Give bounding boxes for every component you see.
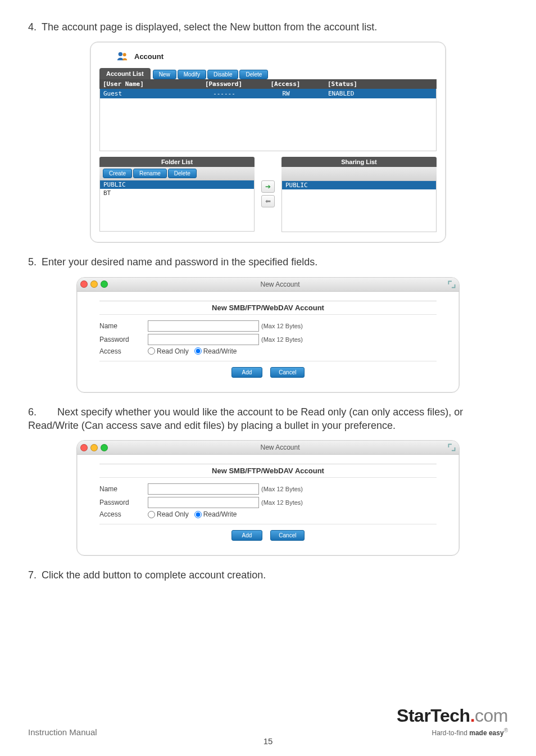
account-table-header: [User Name] [Password] [Access] [Status] <box>99 79 437 89</box>
account-table-body[interactable]: Guest ------ RW ENABLED <box>99 89 437 151</box>
account-heading: Account <box>116 50 437 62</box>
cancel-button[interactable]: Cancel <box>270 367 305 378</box>
sharing-list-label: Sharing List <box>281 157 437 167</box>
folder-list-label: Folder List <box>99 157 255 167</box>
expand-icon[interactable] <box>448 443 456 451</box>
minimize-icon[interactable] <box>90 280 98 288</box>
list-item[interactable]: BT <box>100 189 254 197</box>
users-icon <box>116 50 129 62</box>
read-only-radio[interactable] <box>148 347 155 355</box>
password-label: Password <box>99 336 148 343</box>
access-label: Access <box>99 510 148 518</box>
disable-button[interactable]: Disable <box>207 70 238 79</box>
password-hint: (Max 12 Bytes) <box>261 336 303 343</box>
expand-icon[interactable] <box>448 280 456 288</box>
dialog-heading: New SMB/FTP/WebDAV Account <box>99 301 437 315</box>
instruction-manual-label: Instruction Manual <box>28 727 97 737</box>
name-field[interactable] <box>148 483 259 495</box>
step-7-text: 7.Click the add button to complete accou… <box>28 568 508 582</box>
read-only-radio[interactable] <box>148 511 155 518</box>
dialog-heading: New SMB/FTP/WebDAV Account <box>99 464 437 478</box>
name-hint: (Max 12 Bytes) <box>261 323 303 329</box>
account-list-tabbar: Account List New Modify Disable Delete <box>99 67 437 79</box>
name-label: Name <box>99 485 148 493</box>
password-hint: (Max 12 Bytes) <box>261 499 303 506</box>
svg-point-1 <box>123 53 126 57</box>
folder-listbox[interactable]: PUBLIC BT <box>99 180 255 232</box>
sharing-listbox[interactable]: PUBLIC <box>281 180 437 232</box>
read-write-radio[interactable] <box>194 347 202 355</box>
list-item[interactable]: PUBLIC <box>282 181 436 189</box>
name-hint: (Max 12 Bytes) <box>261 486 303 492</box>
col-access-header: [Access] <box>260 80 311 88</box>
col-user-header: [User Name] <box>103 80 187 88</box>
new-account-dialog-2: New Account New SMB/FTP/WebDAV Account N… <box>76 440 460 556</box>
read-write-radio[interactable] <box>194 511 202 518</box>
password-field[interactable] <box>148 497 259 508</box>
add-button[interactable]: Add <box>231 530 263 541</box>
access-label: Access <box>99 347 148 355</box>
new-button[interactable]: New <box>153 70 176 79</box>
name-field[interactable] <box>148 320 259 332</box>
move-left-button[interactable]: ⬅ <box>261 195 275 207</box>
svg-point-0 <box>119 52 122 56</box>
dialog-window-title: New Account <box>112 280 448 288</box>
step-4-text: 4.The account page is displayed, select … <box>28 20 508 34</box>
list-item[interactable]: PUBLIC <box>100 180 254 189</box>
cancel-button[interactable]: Cancel <box>270 530 305 541</box>
step-6-text: 6.Next specify whether you would like th… <box>28 405 508 433</box>
password-label: Password <box>99 499 148 506</box>
rename-button[interactable]: Rename <box>133 169 167 178</box>
account-panel: Account Account List New Modify Disable … <box>90 42 446 243</box>
step-5-text: 5.Enter your desired name and password i… <box>28 255 508 269</box>
table-row[interactable]: Guest ------ RW ENABLED <box>100 89 436 98</box>
folder-list-pane: Folder List Create Rename Delete PUBLIC … <box>99 157 255 232</box>
modify-button[interactable]: Modify <box>178 70 206 79</box>
add-button[interactable]: Add <box>231 367 263 378</box>
account-list-tab[interactable]: Account List <box>99 68 151 79</box>
page-number: 15 <box>0 736 536 746</box>
zoom-icon[interactable] <box>101 444 108 451</box>
col-status-header: [Status] <box>311 80 433 88</box>
sharing-list-pane: Sharing List PUBLIC <box>281 157 437 232</box>
name-label: Name <box>99 322 148 330</box>
create-button[interactable]: Create <box>103 169 132 178</box>
close-icon[interactable] <box>80 444 88 451</box>
dialog-titlebar: New Account <box>77 278 459 292</box>
zoom-icon[interactable] <box>101 280 108 288</box>
move-right-button[interactable]: ➔ <box>261 180 275 193</box>
dialog-window-title: New Account <box>112 443 448 451</box>
minimize-icon[interactable] <box>90 444 98 451</box>
dialog-titlebar: New Account <box>77 441 459 455</box>
folder-delete-button[interactable]: Delete <box>168 169 197 178</box>
close-icon[interactable] <box>80 280 88 288</box>
startech-logo: StarTech.com Hard-to-find made easy® <box>397 705 508 737</box>
col-pass-header: [Password] <box>187 80 260 88</box>
delete-button[interactable]: Delete <box>239 70 268 79</box>
account-title: Account <box>134 52 163 61</box>
password-field[interactable] <box>148 334 259 345</box>
new-account-dialog-1: New Account New SMB/FTP/WebDAV Account N… <box>76 277 460 393</box>
